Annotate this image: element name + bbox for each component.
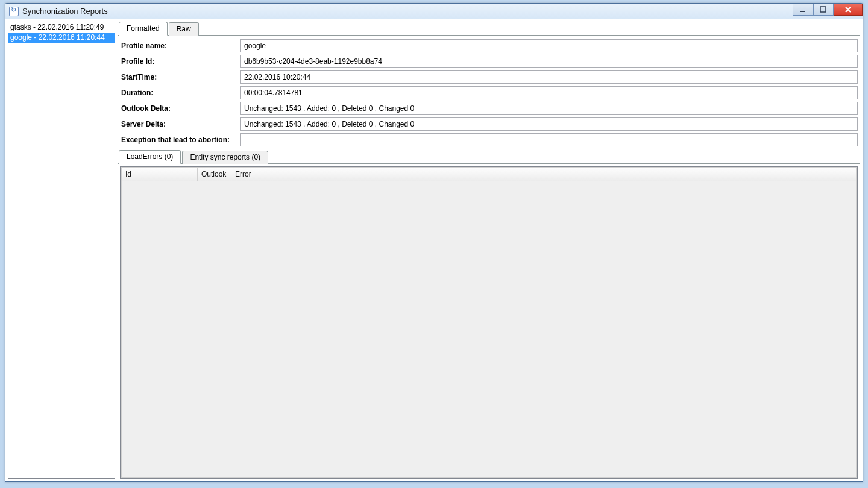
column-header-id[interactable]: Id (122, 168, 198, 181)
details-grid: Profile name: google Profile Id: db6b9b5… (118, 36, 860, 149)
svg-rect-1 (820, 7, 826, 12)
minimize-button[interactable] (793, 4, 813, 16)
grid-header: Id Outlook Error (122, 168, 856, 181)
tab-formatted[interactable]: Formatted (119, 22, 168, 36)
grid-body[interactable] (122, 181, 856, 477)
value-profile-name[interactable]: google (240, 39, 858, 52)
titlebar[interactable]: Synchronization Reports (5, 4, 863, 19)
window-title: Synchronization Reports (22, 7, 108, 16)
value-outlook-delta[interactable]: Unchanged: 1543 , Added: 0 , Deleted 0 ,… (240, 102, 858, 115)
value-exception[interactable] (240, 133, 858, 146)
tab-entity-sync-reports[interactable]: Entity sync reports (0) (182, 151, 268, 164)
label-duration: Duration: (120, 89, 237, 97)
window-controls (793, 4, 863, 16)
label-start-time: StartTime: (120, 73, 237, 81)
close-button[interactable] (834, 4, 863, 16)
value-profile-id[interactable]: db6b9b53-c204-4de3-8eab-1192e9bb8a74 (240, 55, 858, 68)
list-item[interactable]: gtasks - 22.02.2016 11:20:49 (8, 22, 115, 33)
main-window: Synchronization Reports gtasks - 22.02.2… (5, 3, 863, 482)
value-duration[interactable]: 00:00:04.7814781 (240, 86, 858, 99)
app-icon (9, 7, 19, 16)
svg-rect-0 (800, 11, 805, 12)
tab-raw[interactable]: Raw (169, 22, 199, 36)
label-outlook-delta: Outlook Delta: (120, 104, 237, 113)
label-profile-name: Profile name: (120, 42, 237, 50)
value-server-delta[interactable]: Unchanged: 1543 , Added: 0 , Deleted 0 ,… (240, 117, 858, 131)
view-tabs: Formatted Raw (118, 22, 860, 36)
sub-tabs: LoadErrors (0) Entity sync reports (0) (118, 150, 860, 164)
label-exception: Exception that lead to abortion: (120, 136, 237, 144)
column-header-outlook[interactable]: Outlook (198, 168, 231, 181)
value-start-time[interactable]: 22.02.2016 10:20:44 (240, 70, 858, 84)
right-pane: Formatted Raw Profile name: google Profi… (118, 22, 860, 479)
data-grid[interactable]: Id Outlook Error (121, 167, 857, 478)
reports-list[interactable]: gtasks - 22.02.2016 11:20:49 google - 22… (8, 22, 115, 479)
tab-load-errors[interactable]: LoadErrors (0) (119, 150, 181, 164)
client-area: gtasks - 22.02.2016 11:20:49 google - 22… (5, 19, 863, 481)
label-profile-id: Profile Id: (120, 57, 237, 66)
list-item[interactable]: google - 22.02.2016 11:20:44 (8, 33, 115, 43)
grid-container: Id Outlook Error (120, 166, 858, 479)
maximize-button[interactable] (813, 4, 834, 16)
column-header-error[interactable]: Error (231, 168, 262, 181)
label-server-delta: Server Delta: (120, 120, 237, 128)
